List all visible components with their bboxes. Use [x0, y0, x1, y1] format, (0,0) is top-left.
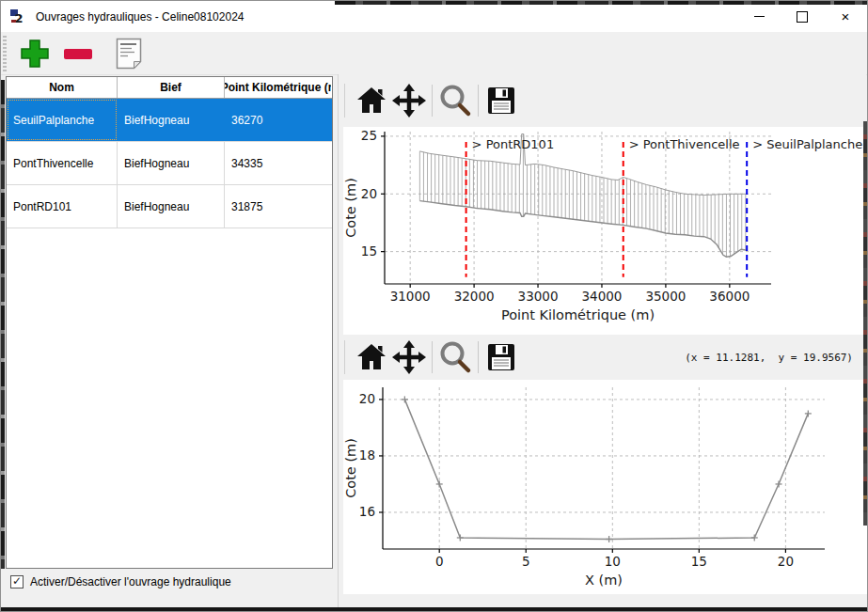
pan-icon — [392, 340, 426, 374]
enable-structure-label: Activer/Désactiver l'ouvrage hydraulique — [30, 575, 231, 588]
svg-text:31000: 31000 — [390, 289, 431, 304]
maximize-button[interactable] — [781, 1, 824, 32]
svg-text:16: 16 — [359, 504, 375, 519]
header-nom[interactable]: Nom — [7, 77, 118, 98]
svg-text:33000: 33000 — [518, 289, 559, 304]
svg-text:35000: 35000 — [645, 289, 686, 304]
toolbar-handle — [344, 84, 345, 118]
cell-bief: BiefHogneau — [118, 99, 225, 141]
toolbar-grip — [3, 36, 7, 71]
minimize-button[interactable] — [737, 1, 781, 32]
notes-icon — [116, 38, 142, 70]
cross-section-chart[interactable]: 05101520161820X (m)Cote (m) — [343, 380, 867, 594]
cross-section-toolbar: (x = 11.1281, y = 19.9567) — [339, 335, 866, 380]
svg-text:34000: 34000 — [581, 289, 622, 304]
svg-text:15: 15 — [361, 243, 377, 259]
window-title: Ouvrages hydrauliques - Celine08102024 — [36, 10, 244, 24]
save-icon — [487, 86, 515, 115]
home-icon — [355, 86, 387, 116]
home-icon — [355, 342, 387, 372]
svg-text:X (m): X (m) — [585, 573, 623, 588]
remove-structure-button[interactable] — [59, 35, 97, 72]
svg-text:> SeuilPalplanche: > SeuilPalplanche — [752, 137, 862, 151]
home-button[interactable] — [353, 337, 390, 377]
svg-text:0: 0 — [435, 554, 444, 569]
cell-nom: PontThivencelle — [7, 142, 118, 184]
svg-text:20: 20 — [778, 554, 794, 569]
cell-nom: PontRD101 — [7, 185, 118, 228]
table-row[interactable]: SeuilPalplancheBiefHogneau36270 — [7, 99, 332, 142]
app-icon: 2 — [9, 8, 28, 26]
save-icon — [487, 343, 515, 371]
table-row[interactable]: PontThivencelleBiefHogneau34335 — [7, 142, 332, 185]
profile-plot-toolbar — [339, 74, 866, 127]
save-figure-button[interactable] — [482, 81, 520, 120]
svg-text:5: 5 — [522, 554, 530, 569]
svg-text:> PontThivencelle: > PontThivencelle — [629, 137, 740, 151]
zoom-rect-button[interactable] — [436, 81, 474, 120]
pan-icon — [392, 84, 426, 118]
pan-button[interactable] — [390, 81, 428, 120]
cell-bief: BiefHogneau — [118, 142, 225, 184]
background-bleed-right — [863, 121, 867, 526]
background-bleed-bottom — [1, 607, 867, 611]
svg-text:Point Kilométrique (m): Point Kilométrique (m) — [501, 307, 655, 322]
header-bief[interactable]: Bief — [118, 77, 225, 98]
add-structure-button[interactable] — [16, 35, 54, 72]
svg-text:25: 25 — [361, 128, 377, 143]
pan-button[interactable] — [390, 337, 428, 377]
svg-text:36000: 36000 — [709, 289, 750, 304]
close-button[interactable]: × — [824, 1, 867, 32]
svg-text:15: 15 — [691, 554, 707, 569]
svg-text:Cote (m): Cote (m) — [343, 438, 358, 498]
plots-panel: > PontRD101> PontThivencelle> SeuilPalpl… — [338, 74, 866, 609]
home-button[interactable] — [353, 81, 390, 120]
toolbar-separator — [478, 341, 479, 373]
svg-text:> PontRD101: > PontRD101 — [472, 137, 555, 151]
maximize-icon — [797, 11, 808, 23]
cell-bief: BiefHogneau — [118, 185, 225, 228]
svg-text:20: 20 — [361, 186, 377, 201]
svg-text:32000: 32000 — [454, 289, 495, 304]
profile-figure: > PontRD101> PontThivencelle> SeuilPalpl… — [343, 127, 867, 335]
magnifier-icon — [437, 339, 473, 375]
toolbar-separator — [478, 85, 479, 117]
save-figure-button[interactable] — [482, 337, 520, 377]
longitudinal-profile-chart[interactable]: > PontRD101> PontThivencelle> SeuilPalpl… — [343, 127, 867, 335]
table-header-row: Nom Bief Point Kilométrique (m) — [7, 77, 332, 99]
zoom-rect-button[interactable] — [436, 337, 474, 377]
svg-text:10: 10 — [605, 554, 621, 569]
toolbar-separator — [432, 341, 433, 373]
cursor-coordinates: (x = 11.1281, y = 19.9567) — [685, 352, 866, 364]
remove-icon — [62, 38, 94, 70]
background-bleed-left — [1, 80, 5, 569]
cell-nom: SeuilPalplanche — [7, 99, 118, 141]
magnifier-icon — [437, 83, 473, 118]
close-icon: × — [842, 9, 850, 24]
cell-pk: 31875 — [225, 185, 331, 228]
header-pk[interactable]: Point Kilométrique (m) — [225, 77, 331, 98]
svg-text:Cote (m): Cote (m) — [343, 178, 358, 238]
cross-section-figure: 05101520161820X (m)Cote (m) — [343, 380, 867, 594]
svg-text:18: 18 — [359, 447, 375, 463]
minimize-icon — [754, 16, 765, 17]
titlebar: 2 Ouvrages hydrauliques - Celine08102024… — [1, 1, 867, 32]
toolbar-handle — [344, 340, 345, 374]
svg-text:20: 20 — [359, 391, 375, 406]
cell-pk: 36270 — [225, 99, 331, 141]
enable-structure-row: ✓ Activer/Désactiver l'ouvrage hydrauliq… — [10, 575, 231, 588]
table-row[interactable]: PontRD101BiefHogneau31875 — [7, 185, 332, 228]
table-body: SeuilPalplancheBiefHogneau36270PontThive… — [7, 99, 332, 228]
svg-text:2: 2 — [14, 11, 23, 25]
add-icon — [19, 38, 51, 70]
app-window: 2 Ouvrages hydrauliques - Celine08102024… — [0, 0, 868, 612]
main-toolbar — [1, 32, 867, 75]
checkmark-icon: ✓ — [12, 575, 22, 587]
cell-pk: 34335 — [225, 142, 331, 184]
toolbar-separator — [432, 85, 433, 117]
enable-structure-checkbox[interactable]: ✓ — [10, 575, 24, 588]
structures-table: Nom Bief Point Kilométrique (m) SeuilPal… — [6, 76, 333, 569]
notes-button[interactable] — [110, 35, 148, 72]
background-bleed-top — [335, 1, 867, 5]
